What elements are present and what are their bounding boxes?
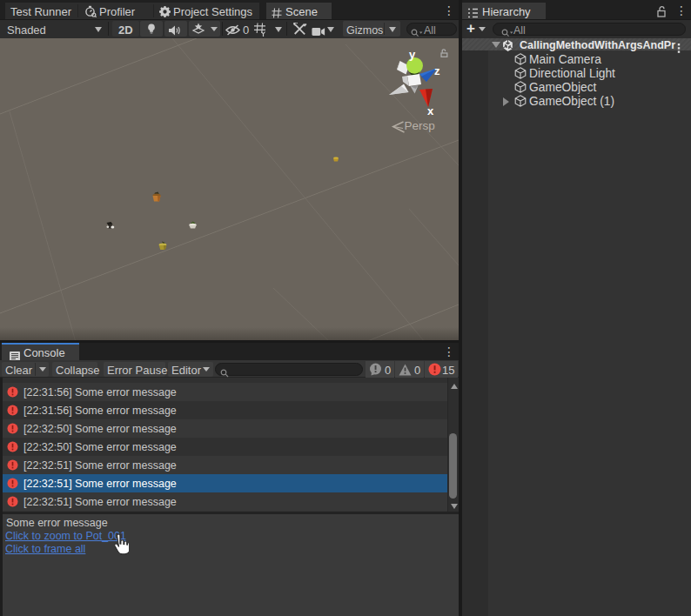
svg-text:z: z [434, 64, 440, 77]
svg-text:x: x [427, 104, 434, 117]
svg-text:y: y [409, 48, 416, 61]
svg-text:Persp: Persp [405, 119, 435, 132]
